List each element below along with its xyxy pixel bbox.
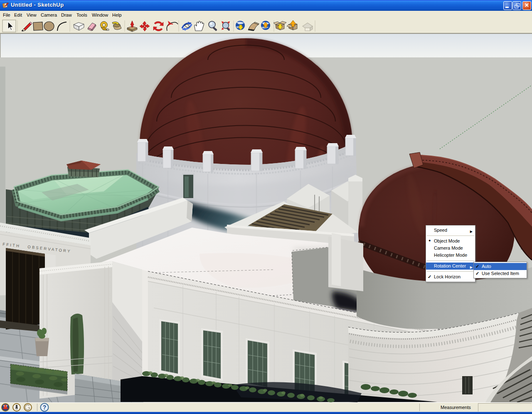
svg-text:?: ? xyxy=(43,404,47,411)
